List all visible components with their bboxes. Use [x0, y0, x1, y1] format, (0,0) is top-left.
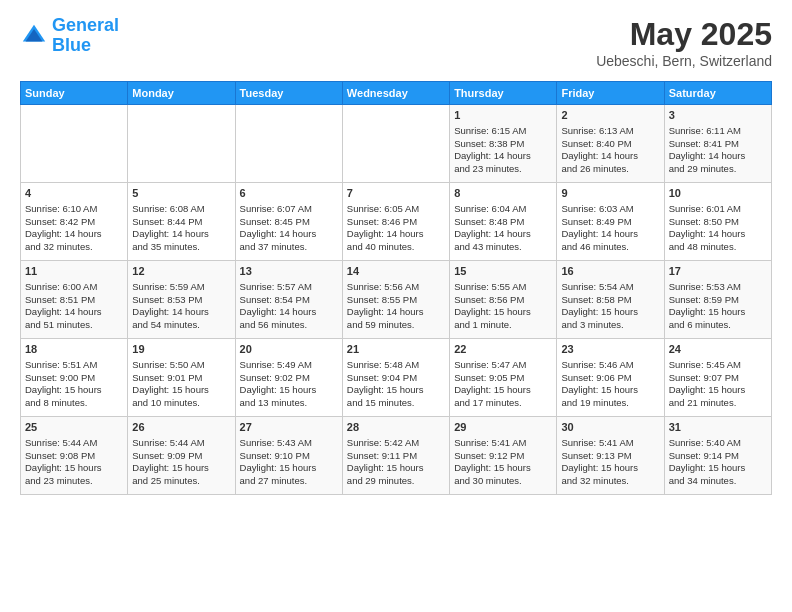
cell-text: Sunrise: 6:07 AM: [240, 203, 338, 216]
day-number: 15: [454, 264, 552, 279]
cell-text: Sunset: 9:00 PM: [25, 372, 123, 385]
logo-icon: [20, 22, 48, 50]
cell-text: Daylight: 14 hours: [454, 150, 552, 163]
calendar-cell: 18Sunrise: 5:51 AMSunset: 9:00 PMDayligh…: [21, 339, 128, 417]
cell-text: Sunset: 8:53 PM: [132, 294, 230, 307]
col-tuesday: Tuesday: [235, 82, 342, 105]
calendar-cell: 3Sunrise: 6:11 AMSunset: 8:41 PMDaylight…: [664, 105, 771, 183]
calendar-cell: 21Sunrise: 5:48 AMSunset: 9:04 PMDayligh…: [342, 339, 449, 417]
cell-text: Sunrise: 5:54 AM: [561, 281, 659, 294]
cell-text: Sunrise: 5:41 AM: [454, 437, 552, 450]
calendar-cell: 16Sunrise: 5:54 AMSunset: 8:58 PMDayligh…: [557, 261, 664, 339]
calendar-week-row-4: 18Sunrise: 5:51 AMSunset: 9:00 PMDayligh…: [21, 339, 772, 417]
logo-line2: Blue: [52, 35, 91, 55]
cell-text: and 19 minutes.: [561, 397, 659, 410]
cell-text: and 30 minutes.: [454, 475, 552, 488]
cell-text: and 46 minutes.: [561, 241, 659, 254]
cell-text: Daylight: 14 hours: [669, 150, 767, 163]
cell-text: and 3 minutes.: [561, 319, 659, 332]
col-saturday: Saturday: [664, 82, 771, 105]
logo-line1: General: [52, 15, 119, 35]
cell-text: Daylight: 15 hours: [561, 462, 659, 475]
cell-text: Sunset: 9:07 PM: [669, 372, 767, 385]
cell-text: and 15 minutes.: [347, 397, 445, 410]
calendar-cell: 8Sunrise: 6:04 AMSunset: 8:48 PMDaylight…: [450, 183, 557, 261]
cell-text: and 32 minutes.: [561, 475, 659, 488]
cell-text: Sunset: 8:44 PM: [132, 216, 230, 229]
col-sunday: Sunday: [21, 82, 128, 105]
cell-text: Sunset: 8:55 PM: [347, 294, 445, 307]
day-number: 13: [240, 264, 338, 279]
day-number: 14: [347, 264, 445, 279]
calendar-cell: 14Sunrise: 5:56 AMSunset: 8:55 PMDayligh…: [342, 261, 449, 339]
day-number: 1: [454, 108, 552, 123]
cell-text: Sunset: 8:56 PM: [454, 294, 552, 307]
cell-text: Sunrise: 6:11 AM: [669, 125, 767, 138]
calendar-cell: 5Sunrise: 6:08 AMSunset: 8:44 PMDaylight…: [128, 183, 235, 261]
cell-text: and 13 minutes.: [240, 397, 338, 410]
cell-text: Daylight: 15 hours: [25, 384, 123, 397]
day-number: 10: [669, 186, 767, 201]
cell-text: Sunset: 8:41 PM: [669, 138, 767, 151]
calendar-week-row-5: 25Sunrise: 5:44 AMSunset: 9:08 PMDayligh…: [21, 417, 772, 495]
cell-text: Sunrise: 6:08 AM: [132, 203, 230, 216]
calendar-cell: 23Sunrise: 5:46 AMSunset: 9:06 PMDayligh…: [557, 339, 664, 417]
cell-text: Sunrise: 6:10 AM: [25, 203, 123, 216]
calendar-cell: 25Sunrise: 5:44 AMSunset: 9:08 PMDayligh…: [21, 417, 128, 495]
calendar-cell: 31Sunrise: 5:40 AMSunset: 9:14 PMDayligh…: [664, 417, 771, 495]
day-number: 20: [240, 342, 338, 357]
day-number: 25: [25, 420, 123, 435]
calendar-cell: 12Sunrise: 5:59 AMSunset: 8:53 PMDayligh…: [128, 261, 235, 339]
cell-text: Daylight: 14 hours: [240, 228, 338, 241]
col-monday: Monday: [128, 82, 235, 105]
cell-text: Sunset: 9:01 PM: [132, 372, 230, 385]
cell-text: Sunset: 8:46 PM: [347, 216, 445, 229]
calendar-cell: 29Sunrise: 5:41 AMSunset: 9:12 PMDayligh…: [450, 417, 557, 495]
day-number: 27: [240, 420, 338, 435]
cell-text: and 26 minutes.: [561, 163, 659, 176]
calendar-cell: 24Sunrise: 5:45 AMSunset: 9:07 PMDayligh…: [664, 339, 771, 417]
cell-text: Daylight: 15 hours: [347, 384, 445, 397]
cell-text: Sunset: 8:49 PM: [561, 216, 659, 229]
cell-text: Daylight: 14 hours: [25, 306, 123, 319]
cell-text: Daylight: 15 hours: [454, 306, 552, 319]
cell-text: and 29 minutes.: [347, 475, 445, 488]
day-number: 7: [347, 186, 445, 201]
calendar-cell: 27Sunrise: 5:43 AMSunset: 9:10 PMDayligh…: [235, 417, 342, 495]
title-block: May 2025 Uebeschi, Bern, Switzerland: [596, 16, 772, 69]
cell-text: Sunset: 8:58 PM: [561, 294, 659, 307]
cell-text: Sunset: 9:05 PM: [454, 372, 552, 385]
day-number: 31: [669, 420, 767, 435]
cell-text: Daylight: 14 hours: [669, 228, 767, 241]
cell-text: Daylight: 15 hours: [669, 306, 767, 319]
cell-text: Sunset: 9:13 PM: [561, 450, 659, 463]
cell-text: Sunrise: 6:01 AM: [669, 203, 767, 216]
cell-text: Sunset: 9:08 PM: [25, 450, 123, 463]
day-number: 6: [240, 186, 338, 201]
cell-text: and 8 minutes.: [25, 397, 123, 410]
cell-text: Sunrise: 5:42 AM: [347, 437, 445, 450]
cell-text: Daylight: 15 hours: [669, 384, 767, 397]
cell-text: and 59 minutes.: [347, 319, 445, 332]
cell-text: Daylight: 14 hours: [561, 228, 659, 241]
cell-text: Sunset: 8:50 PM: [669, 216, 767, 229]
cell-text: Sunset: 9:10 PM: [240, 450, 338, 463]
day-number: 22: [454, 342, 552, 357]
cell-text: Sunrise: 5:51 AM: [25, 359, 123, 372]
cell-text: Sunrise: 5:44 AM: [132, 437, 230, 450]
cell-text: Sunrise: 5:47 AM: [454, 359, 552, 372]
cell-text: Sunrise: 6:15 AM: [454, 125, 552, 138]
cell-text: and 17 minutes.: [454, 397, 552, 410]
calendar-cell: 1Sunrise: 6:15 AMSunset: 8:38 PMDaylight…: [450, 105, 557, 183]
cell-text: Sunset: 8:59 PM: [669, 294, 767, 307]
day-number: 21: [347, 342, 445, 357]
calendar-table: Sunday Monday Tuesday Wednesday Thursday…: [20, 81, 772, 495]
calendar-cell: 20Sunrise: 5:49 AMSunset: 9:02 PMDayligh…: [235, 339, 342, 417]
cell-text: Sunset: 8:42 PM: [25, 216, 123, 229]
cell-text: Daylight: 14 hours: [347, 228, 445, 241]
cell-text: and 10 minutes.: [132, 397, 230, 410]
cell-text: Sunrise: 5:50 AM: [132, 359, 230, 372]
cell-text: Sunset: 9:04 PM: [347, 372, 445, 385]
col-friday: Friday: [557, 82, 664, 105]
day-number: 18: [25, 342, 123, 357]
